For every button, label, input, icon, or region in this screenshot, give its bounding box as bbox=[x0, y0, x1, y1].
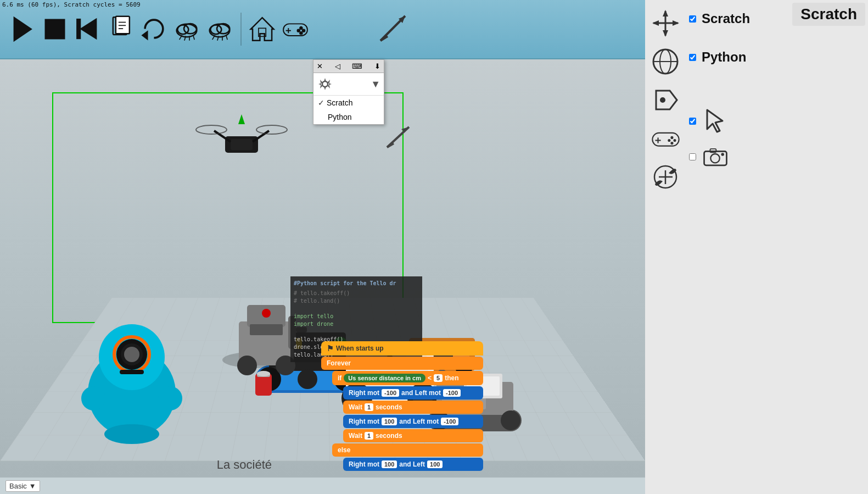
python-checkbox-label: Python bbox=[702, 49, 746, 65]
cloud1-button[interactable] bbox=[170, 10, 203, 48]
status-bar: 6.6 ms (60 fps), Scratch cycles = 5609 bbox=[2, 1, 141, 8]
download-icon[interactable]: ⬇ bbox=[374, 62, 380, 70]
sensor-value[interactable]: 5 bbox=[434, 374, 443, 382]
scratch-checkbox-row: Scratch bbox=[689, 11, 750, 26]
right-mot-label2: Right mot bbox=[349, 418, 379, 425]
svg-rect-41 bbox=[231, 139, 253, 150]
python-import2: import drone bbox=[294, 320, 419, 328]
else-content-block[interactable]: Right mot 100 and Left 100 bbox=[343, 458, 483, 471]
camera-checkbox[interactable] bbox=[689, 153, 696, 160]
refresh-button[interactable] bbox=[137, 10, 170, 48]
svg-point-115 bbox=[668, 139, 670, 142]
svg-marker-104 bbox=[673, 20, 679, 26]
bottom-status-bar: Basic ▼ bbox=[0, 478, 645, 494]
svg-point-31 bbox=[297, 29, 300, 32]
val100b-val[interactable]: 100 bbox=[382, 460, 397, 468]
step-back-button[interactable] bbox=[71, 10, 104, 48]
then-label: then bbox=[445, 374, 458, 382]
svg-point-116 bbox=[670, 142, 673, 145]
basic-dropdown[interactable]: Basic ▼ bbox=[5, 480, 40, 492]
svg-marker-103 bbox=[652, 20, 659, 26]
gamepad-checkbox[interactable] bbox=[689, 118, 696, 125]
if-label: if bbox=[338, 374, 341, 382]
less-than-icon: < bbox=[428, 374, 432, 382]
seconds2-label: seconds bbox=[376, 432, 402, 440]
python-option[interactable]: Python bbox=[313, 110, 384, 124]
wait2-block[interactable]: Wait 1 seconds bbox=[343, 429, 483, 442]
else-label: else bbox=[338, 446, 350, 454]
minus100c-val[interactable]: -100 bbox=[441, 418, 458, 425]
wait2-value[interactable]: 1 bbox=[365, 432, 373, 440]
gear-icon[interactable] bbox=[317, 76, 333, 92]
dropdown-chevron[interactable]: ▼ bbox=[371, 79, 380, 90]
right-mot-label1: Right mot bbox=[349, 389, 379, 397]
python-import1: import tello bbox=[294, 313, 419, 320]
minus100-val2[interactable]: -100 bbox=[443, 389, 461, 397]
svg-marker-9 bbox=[143, 32, 147, 38]
cloud2-button[interactable] bbox=[203, 10, 236, 48]
when-starts-up-block[interactable]: ⚑ When starts up bbox=[321, 341, 483, 356]
forever-block[interactable]: Forever bbox=[321, 357, 483, 370]
keyboard-icon[interactable]: ⌨ bbox=[352, 62, 362, 70]
scratch-checkbox[interactable] bbox=[689, 15, 696, 23]
scratch-title: Scratch bbox=[792, 3, 865, 26]
python-blank bbox=[294, 305, 419, 313]
svg-rect-80 bbox=[250, 324, 283, 335]
when-starts-up-label: When starts up bbox=[336, 345, 384, 352]
python-blank2 bbox=[294, 328, 419, 336]
gamepad-icon bbox=[651, 124, 681, 154]
svg-point-51 bbox=[124, 347, 139, 362]
right-panel: Scratch Python Scratch bbox=[645, 0, 868, 494]
scratch-checkbox-label: Scratch bbox=[702, 11, 750, 26]
python-checkbox[interactable] bbox=[689, 54, 696, 61]
scratch-blocks-panel: ⚑ When starts up Forever if Us sensor di… bbox=[321, 340, 483, 472]
svg-point-109 bbox=[660, 97, 665, 103]
minus100-val1[interactable]: -100 bbox=[382, 389, 399, 397]
camera-checkbox-row bbox=[689, 143, 729, 170]
close-icon[interactable]: ✕ bbox=[317, 62, 323, 70]
back-icon[interactable]: ◁ bbox=[335, 62, 340, 70]
else-block[interactable]: else bbox=[332, 443, 483, 457]
right-mot-block2[interactable]: Right mot 100 and Left mot -100 bbox=[343, 415, 483, 428]
main-toolbar bbox=[0, 0, 645, 59]
home-button[interactable] bbox=[246, 10, 279, 48]
python-title: #Python script for the Tello dr bbox=[294, 280, 419, 287]
seconds1-label: seconds bbox=[376, 403, 402, 411]
drone-robot[interactable] bbox=[192, 109, 291, 182]
python-line1: # tello.takeoff() bbox=[294, 290, 419, 297]
svg-marker-102 bbox=[663, 30, 668, 37]
right-mot-block1[interactable]: Right mot -100 and Left mot -100 bbox=[343, 386, 483, 399]
gamepad-button[interactable] bbox=[279, 10, 312, 48]
svg-point-113 bbox=[670, 136, 673, 139]
gamepad-checkbox-row bbox=[689, 107, 729, 135]
svg-point-30 bbox=[303, 29, 305, 32]
val100-val[interactable]: 100 bbox=[382, 418, 397, 425]
dash-robot[interactable] bbox=[71, 305, 192, 461]
wait1-block[interactable]: Wait 1 seconds bbox=[343, 401, 483, 414]
if-block[interactable]: if Us sensor distance in cm < 5 then bbox=[332, 371, 483, 385]
svg-point-56 bbox=[158, 386, 182, 410]
svg-marker-0 bbox=[14, 18, 31, 41]
basic-label: Basic bbox=[9, 482, 27, 490]
wait1-label: Wait bbox=[349, 403, 362, 411]
right-panel-gamepad-icon bbox=[651, 124, 681, 156]
play-button[interactable] bbox=[5, 10, 38, 48]
right-panel-tools-icon bbox=[651, 162, 681, 195]
svg-point-95 bbox=[501, 410, 520, 430]
right-panel-tag-icon bbox=[651, 85, 681, 118]
language-dropdown: ✕ ◁ ⌨ ⬇ ▼ ✓ Scratch Python bbox=[313, 59, 384, 125]
stop-button[interactable] bbox=[38, 10, 71, 48]
scratch-option[interactable]: ✓ Scratch bbox=[313, 96, 384, 110]
svg-point-32 bbox=[300, 32, 303, 35]
svg-point-36 bbox=[322, 81, 328, 87]
wait1-value[interactable]: 1 bbox=[365, 403, 373, 411]
scene-button[interactable] bbox=[104, 10, 137, 48]
val100c-val[interactable]: 100 bbox=[427, 460, 443, 468]
gear-row: ▼ bbox=[313, 73, 384, 96]
sensor-block[interactable]: Us sensor distance in cm bbox=[344, 374, 425, 382]
wait2-label: Wait bbox=[349, 432, 362, 440]
svg-point-45 bbox=[256, 125, 287, 134]
else-and-left: and Left bbox=[399, 460, 425, 468]
python-checkbox-row: Python bbox=[689, 49, 746, 65]
svg-point-114 bbox=[673, 139, 676, 142]
